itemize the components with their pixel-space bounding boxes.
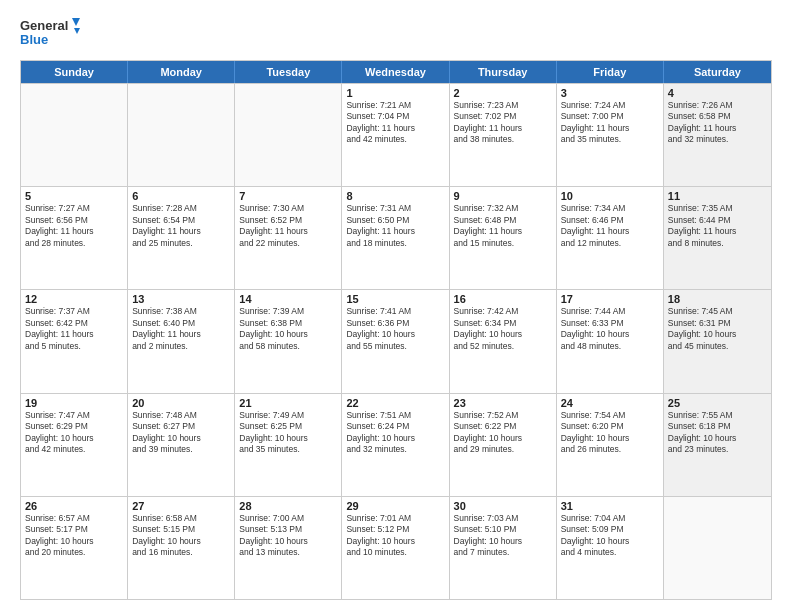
header-friday: Friday — [557, 61, 664, 83]
day-number: 10 — [561, 190, 659, 202]
day-number: 20 — [132, 397, 230, 409]
header: General Blue — [20, 16, 772, 52]
cal-cell-r4-c3: 29Sunrise: 7:01 AM Sunset: 5:12 PM Dayli… — [342, 497, 449, 599]
day-number: 29 — [346, 500, 444, 512]
cal-cell-r4-c6 — [664, 497, 771, 599]
day-number: 11 — [668, 190, 767, 202]
cell-info: Sunrise: 7:30 AM Sunset: 6:52 PM Dayligh… — [239, 203, 337, 249]
cal-cell-r4-c1: 27Sunrise: 6:58 AM Sunset: 5:15 PM Dayli… — [128, 497, 235, 599]
cell-info: Sunrise: 7:00 AM Sunset: 5:13 PM Dayligh… — [239, 513, 337, 559]
cell-info: Sunrise: 6:58 AM Sunset: 5:15 PM Dayligh… — [132, 513, 230, 559]
day-number: 6 — [132, 190, 230, 202]
cell-info: Sunrise: 7:35 AM Sunset: 6:44 PM Dayligh… — [668, 203, 767, 249]
svg-text:Blue: Blue — [20, 32, 48, 47]
cal-row-3: 19Sunrise: 7:47 AM Sunset: 6:29 PM Dayli… — [21, 393, 771, 496]
svg-text:General: General — [20, 18, 68, 33]
cal-cell-r2-c4: 16Sunrise: 7:42 AM Sunset: 6:34 PM Dayli… — [450, 290, 557, 392]
day-number: 8 — [346, 190, 444, 202]
svg-marker-2 — [72, 18, 80, 26]
svg-marker-3 — [74, 28, 80, 34]
cal-row-0: 1Sunrise: 7:21 AM Sunset: 7:04 PM Daylig… — [21, 83, 771, 186]
cal-cell-r0-c2 — [235, 84, 342, 186]
cell-info: Sunrise: 7:48 AM Sunset: 6:27 PM Dayligh… — [132, 410, 230, 456]
day-number: 7 — [239, 190, 337, 202]
cal-cell-r4-c0: 26Sunrise: 6:57 AM Sunset: 5:17 PM Dayli… — [21, 497, 128, 599]
cal-cell-r3-c3: 22Sunrise: 7:51 AM Sunset: 6:24 PM Dayli… — [342, 394, 449, 496]
header-wednesday: Wednesday — [342, 61, 449, 83]
cal-cell-r0-c6: 4Sunrise: 7:26 AM Sunset: 6:58 PM Daylig… — [664, 84, 771, 186]
day-number: 2 — [454, 87, 552, 99]
cal-cell-r2-c1: 13Sunrise: 7:38 AM Sunset: 6:40 PM Dayli… — [128, 290, 235, 392]
day-number: 23 — [454, 397, 552, 409]
cell-info: Sunrise: 7:03 AM Sunset: 5:10 PM Dayligh… — [454, 513, 552, 559]
day-number: 19 — [25, 397, 123, 409]
cal-cell-r1-c0: 5Sunrise: 7:27 AM Sunset: 6:56 PM Daylig… — [21, 187, 128, 289]
day-number: 21 — [239, 397, 337, 409]
day-number: 22 — [346, 397, 444, 409]
cal-cell-r1-c3: 8Sunrise: 7:31 AM Sunset: 6:50 PM Daylig… — [342, 187, 449, 289]
cal-cell-r2-c0: 12Sunrise: 7:37 AM Sunset: 6:42 PM Dayli… — [21, 290, 128, 392]
cell-info: Sunrise: 7:28 AM Sunset: 6:54 PM Dayligh… — [132, 203, 230, 249]
day-number: 28 — [239, 500, 337, 512]
cal-row-4: 26Sunrise: 6:57 AM Sunset: 5:17 PM Dayli… — [21, 496, 771, 599]
day-number: 26 — [25, 500, 123, 512]
header-tuesday: Tuesday — [235, 61, 342, 83]
cal-cell-r3-c6: 25Sunrise: 7:55 AM Sunset: 6:18 PM Dayli… — [664, 394, 771, 496]
cal-cell-r3-c0: 19Sunrise: 7:47 AM Sunset: 6:29 PM Dayli… — [21, 394, 128, 496]
cal-cell-r3-c5: 24Sunrise: 7:54 AM Sunset: 6:20 PM Dayli… — [557, 394, 664, 496]
cal-cell-r4-c5: 31Sunrise: 7:04 AM Sunset: 5:09 PM Dayli… — [557, 497, 664, 599]
cell-info: Sunrise: 7:52 AM Sunset: 6:22 PM Dayligh… — [454, 410, 552, 456]
cell-info: Sunrise: 7:21 AM Sunset: 7:04 PM Dayligh… — [346, 100, 444, 146]
day-number: 16 — [454, 293, 552, 305]
day-number: 1 — [346, 87, 444, 99]
cal-cell-r1-c2: 7Sunrise: 7:30 AM Sunset: 6:52 PM Daylig… — [235, 187, 342, 289]
day-number: 31 — [561, 500, 659, 512]
day-number: 9 — [454, 190, 552, 202]
cal-row-1: 5Sunrise: 7:27 AM Sunset: 6:56 PM Daylig… — [21, 186, 771, 289]
cell-info: Sunrise: 7:55 AM Sunset: 6:18 PM Dayligh… — [668, 410, 767, 456]
day-number: 12 — [25, 293, 123, 305]
day-number: 5 — [25, 190, 123, 202]
cal-cell-r1-c1: 6Sunrise: 7:28 AM Sunset: 6:54 PM Daylig… — [128, 187, 235, 289]
cell-info: Sunrise: 7:41 AM Sunset: 6:36 PM Dayligh… — [346, 306, 444, 352]
cell-info: Sunrise: 7:23 AM Sunset: 7:02 PM Dayligh… — [454, 100, 552, 146]
day-number: 18 — [668, 293, 767, 305]
cell-info: Sunrise: 7:47 AM Sunset: 6:29 PM Dayligh… — [25, 410, 123, 456]
header-monday: Monday — [128, 61, 235, 83]
cal-row-2: 12Sunrise: 7:37 AM Sunset: 6:42 PM Dayli… — [21, 289, 771, 392]
day-number: 30 — [454, 500, 552, 512]
cell-info: Sunrise: 7:31 AM Sunset: 6:50 PM Dayligh… — [346, 203, 444, 249]
calendar-body: 1Sunrise: 7:21 AM Sunset: 7:04 PM Daylig… — [21, 83, 771, 599]
cal-cell-r1-c4: 9Sunrise: 7:32 AM Sunset: 6:48 PM Daylig… — [450, 187, 557, 289]
day-number: 13 — [132, 293, 230, 305]
cell-info: Sunrise: 7:45 AM Sunset: 6:31 PM Dayligh… — [668, 306, 767, 352]
day-number: 17 — [561, 293, 659, 305]
cal-cell-r0-c0 — [21, 84, 128, 186]
cal-cell-r2-c2: 14Sunrise: 7:39 AM Sunset: 6:38 PM Dayli… — [235, 290, 342, 392]
cell-info: Sunrise: 7:37 AM Sunset: 6:42 PM Dayligh… — [25, 306, 123, 352]
logo-svg: General Blue — [20, 16, 80, 52]
logo: General Blue — [20, 16, 80, 52]
cal-cell-r2-c3: 15Sunrise: 7:41 AM Sunset: 6:36 PM Dayli… — [342, 290, 449, 392]
day-number: 24 — [561, 397, 659, 409]
cal-cell-r2-c5: 17Sunrise: 7:44 AM Sunset: 6:33 PM Dayli… — [557, 290, 664, 392]
cal-cell-r2-c6: 18Sunrise: 7:45 AM Sunset: 6:31 PM Dayli… — [664, 290, 771, 392]
cell-info: Sunrise: 7:39 AM Sunset: 6:38 PM Dayligh… — [239, 306, 337, 352]
header-thursday: Thursday — [450, 61, 557, 83]
cell-info: Sunrise: 6:57 AM Sunset: 5:17 PM Dayligh… — [25, 513, 123, 559]
cell-info: Sunrise: 7:32 AM Sunset: 6:48 PM Dayligh… — [454, 203, 552, 249]
cal-cell-r3-c4: 23Sunrise: 7:52 AM Sunset: 6:22 PM Dayli… — [450, 394, 557, 496]
page: General Blue Sunday Monday Tuesday Wedne… — [0, 0, 792, 612]
cell-info: Sunrise: 7:44 AM Sunset: 6:33 PM Dayligh… — [561, 306, 659, 352]
header-sunday: Sunday — [21, 61, 128, 83]
day-number: 3 — [561, 87, 659, 99]
cell-info: Sunrise: 7:01 AM Sunset: 5:12 PM Dayligh… — [346, 513, 444, 559]
cell-info: Sunrise: 7:24 AM Sunset: 7:00 PM Dayligh… — [561, 100, 659, 146]
cal-cell-r0-c1 — [128, 84, 235, 186]
day-number: 14 — [239, 293, 337, 305]
cell-info: Sunrise: 7:42 AM Sunset: 6:34 PM Dayligh… — [454, 306, 552, 352]
cell-info: Sunrise: 7:26 AM Sunset: 6:58 PM Dayligh… — [668, 100, 767, 146]
cal-cell-r3-c2: 21Sunrise: 7:49 AM Sunset: 6:25 PM Dayli… — [235, 394, 342, 496]
cal-cell-r4-c4: 30Sunrise: 7:03 AM Sunset: 5:10 PM Dayli… — [450, 497, 557, 599]
cell-info: Sunrise: 7:04 AM Sunset: 5:09 PM Dayligh… — [561, 513, 659, 559]
